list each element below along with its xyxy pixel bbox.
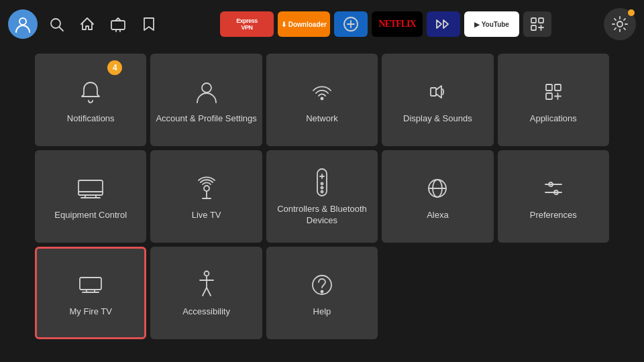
avatar[interactable]	[8, 9, 38, 39]
svg-point-27	[321, 183, 323, 185]
svg-rect-37	[80, 278, 101, 290]
svg-rect-9	[531, 25, 536, 30]
svg-point-21	[204, 186, 209, 191]
preferences-label: Preferences	[530, 210, 577, 221]
svg-rect-17	[78, 180, 103, 195]
applications-label: Applications	[530, 113, 577, 125]
svg-point-11	[202, 83, 211, 93]
antenna-icon	[193, 172, 220, 204]
accessibility-tile[interactable]: Accessibility	[150, 247, 262, 339]
notifications-tile[interactable]: 4 Notifications	[35, 54, 146, 146]
account-profile-label: Account & Profile Settings	[156, 113, 256, 125]
remote-icon	[312, 166, 332, 198]
accessibility-icon	[195, 269, 219, 301]
controllers-bluetooth-tile[interactable]: Controllers & Bluetooth Devices	[266, 150, 378, 243]
notifications-label: Notifications	[67, 113, 115, 125]
equipment-control-label: Equipment Control	[54, 210, 127, 221]
apps-icon	[540, 76, 567, 108]
speaker-icon	[424, 76, 451, 108]
sliders-icon	[540, 172, 567, 204]
main-content: 4 Notifications Account & Profile Settin…	[0, 48, 644, 345]
alexa-icon	[424, 172, 451, 204]
monitor-icon	[76, 172, 105, 204]
svg-rect-14	[546, 84, 552, 90]
notifications-badge: 4	[107, 60, 122, 75]
svg-point-0	[19, 18, 26, 25]
applications-tile[interactable]: Applications	[498, 54, 609, 146]
help-label: Help	[313, 306, 331, 318]
svg-rect-8	[539, 18, 543, 23]
preferences-tile[interactable]: Preferences	[498, 150, 609, 243]
live-tv-label: Live TV	[192, 210, 221, 221]
settings-grid: 4 Notifications Account & Profile Settin…	[35, 54, 609, 339]
controllers-bluetooth-label: Controllers & Bluetooth Devices	[270, 204, 374, 227]
settings-button[interactable]	[604, 8, 636, 40]
svg-point-29	[321, 191, 323, 193]
network-tile[interactable]: Network	[266, 54, 378, 146]
accessibility-label: Accessibility	[182, 306, 230, 318]
bookmark-icon[interactable]	[137, 12, 161, 36]
svg-rect-13	[431, 88, 436, 96]
person-icon	[193, 76, 220, 108]
firetv-icon	[76, 269, 105, 301]
svg-rect-15	[555, 84, 561, 90]
app-grid-button[interactable]	[523, 11, 551, 37]
my-fire-tv-tile[interactable]: My Fire TV	[35, 247, 146, 339]
network-label: Network	[306, 113, 338, 125]
help-icon	[309, 269, 335, 301]
nav-left	[8, 9, 161, 39]
search-icon[interactable]	[44, 12, 68, 36]
netflix-button[interactable]: NETFLIX	[372, 11, 423, 37]
app-shortcuts: ExpressVPN ⬇ Downloader NETFLIX ▶ YouTub…	[173, 11, 598, 37]
bell-icon	[77, 76, 104, 108]
downloader-button[interactable]: ⬇ Downloader	[278, 11, 330, 37]
svg-line-2	[60, 27, 64, 32]
home-icon[interactable]	[75, 12, 99, 36]
svg-point-12	[321, 97, 323, 99]
wifi-icon	[309, 76, 335, 108]
settings-notification-dot	[628, 9, 635, 16]
alexa-label: Alexa	[427, 210, 449, 221]
svg-point-10	[617, 21, 623, 27]
svg-point-41	[204, 271, 209, 276]
alexa-tile[interactable]: Alexa	[382, 150, 493, 243]
top-bar: ExpressVPN ⬇ Downloader NETFLIX ▶ YouTub…	[0, 0, 644, 48]
display-sounds-label: Display & Sounds	[403, 113, 472, 125]
my-fire-tv-label: My Fire TV	[70, 306, 112, 318]
svg-point-44	[321, 290, 323, 292]
help-tile[interactable]: Help	[266, 247, 378, 339]
display-sounds-tile[interactable]: Display & Sounds	[382, 54, 493, 146]
svg-rect-3	[111, 21, 125, 29]
kodi-button[interactable]	[427, 11, 460, 37]
filo-button[interactable]	[334, 11, 368, 37]
account-profile-tile[interactable]: Account & Profile Settings	[150, 54, 262, 146]
expressvpn-button[interactable]: ExpressVPN	[220, 11, 274, 37]
svg-point-28	[321, 187, 323, 189]
live-tv-tile[interactable]: Live TV	[150, 150, 262, 243]
svg-rect-7	[531, 18, 536, 23]
youtube-button[interactable]: ▶ YouTube	[464, 11, 519, 37]
svg-rect-16	[546, 93, 552, 99]
equipment-control-tile[interactable]: Equipment Control	[35, 150, 146, 243]
tv-icon[interactable]	[106, 12, 130, 36]
